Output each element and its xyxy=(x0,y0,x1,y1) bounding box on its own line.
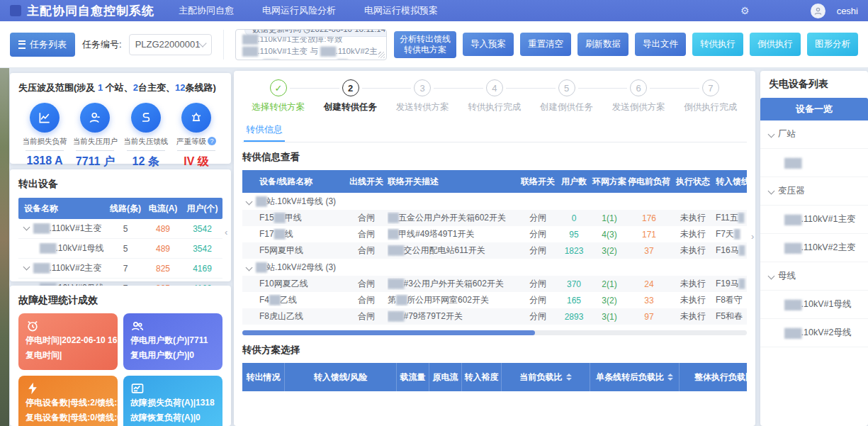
nav-item-1[interactable]: 主配协同自愈 xyxy=(179,4,234,17)
task-list-button[interactable]: 任务列表 xyxy=(10,33,75,57)
redacted-text: █ xyxy=(738,213,744,223)
table-row[interactable]: ███.110kV#2主变78254169 xyxy=(18,259,222,279)
device-name-cell: ███.110kV#2主变 xyxy=(18,262,107,274)
transfer-out-title: 转出设备 xyxy=(18,178,222,191)
line-chart-icon xyxy=(30,103,60,133)
column-header[interactable]: 单条线转后负载比 xyxy=(590,363,680,391)
toolbar-button[interactable]: 刷新数据 xyxy=(577,33,629,57)
tab-transfer-info[interactable]: 转供信息 xyxy=(244,120,285,142)
column-header[interactable]: 整体执行负载比 xyxy=(680,363,747,391)
chevron-down-icon[interactable] xyxy=(23,224,30,231)
stepper-step-1[interactable]: ✓选择转供方案 xyxy=(242,79,315,113)
table-cell: 3(2) xyxy=(591,296,628,306)
expand-right-handle[interactable]: › xyxy=(751,231,754,242)
task-no-select[interactable]: PLZG22000001 xyxy=(129,34,213,55)
toolbar-button[interactable]: 导出文件 xyxy=(635,33,686,57)
column-header: 载流量 xyxy=(397,363,429,391)
redacted-text: ██ xyxy=(274,213,285,223)
toolbar-button[interactable]: 分析转出馈线转供电方案 xyxy=(394,31,456,58)
sort-icon[interactable] xyxy=(566,374,572,381)
transfer-info-title: 转供信息查看 xyxy=(242,151,747,164)
table-cell: 未执行 xyxy=(670,212,716,224)
stat-line-chart: 当前损失负荷1318 A xyxy=(20,103,69,169)
table-cell: ███#3公用户外开关箱602开关 xyxy=(388,278,519,290)
table-row[interactable]: F5网夏甲线合闸███交公用配电站611开关分闸18233(2)37未执行F16… xyxy=(242,242,747,259)
bolt-icon xyxy=(26,381,111,396)
group-row[interactable]: ██站.10kV#2母线 (3) xyxy=(242,259,747,276)
tree-node[interactable]: 变压器 xyxy=(760,177,868,206)
table-row[interactable]: F15██甲线合闸██五金公用户外开关箱602开关分闸01(1)176未执行F1… xyxy=(242,210,747,226)
column-header[interactable]: 当前负载比 xyxy=(502,363,590,391)
help-icon[interactable]: ? xyxy=(208,137,216,145)
group-row[interactable]: ██站.10kV#1母线 (3) xyxy=(242,193,747,210)
sort-icon[interactable] xyxy=(667,374,673,381)
column-header: 转入裕度 xyxy=(462,363,502,391)
table-row[interactable]: F4██乙线合闸第██所公用环网室602开关分闸1653(2)33未执行F8看守 xyxy=(242,292,747,308)
step-label: 创建转供任务 xyxy=(315,101,387,113)
redacted-text: █ xyxy=(734,229,740,239)
user-icon xyxy=(813,6,823,16)
stepper-step-3[interactable]: 3发送转供方案 xyxy=(386,79,458,113)
tree-node[interactable]: 厂站 xyxy=(760,120,868,149)
chevron-down-icon[interactable] xyxy=(768,273,775,280)
table-cell: 489 xyxy=(144,244,182,254)
redacted-text: ██ xyxy=(388,229,398,239)
fault-stat-line: 故障恢复负荷(A)|0 xyxy=(130,410,215,425)
toolbar-button[interactable]: 倒供执行 xyxy=(750,33,801,57)
stepper-step-2[interactable]: 2创建转供任务 xyxy=(315,79,387,113)
table-row[interactable]: F8虎山乙线合闸███#79塔79T2开关分闸28933(1)97未执行F5和春 xyxy=(242,308,747,325)
tree-node[interactable]: 母线 xyxy=(760,262,868,291)
alarm-icon xyxy=(181,103,211,133)
gear-icon[interactable]: ⚙ xyxy=(740,5,750,16)
table-row[interactable]: ███.110kV#1主变54893542 xyxy=(18,219,222,239)
stepper-step-5[interactable]: 5创建倒供任务 xyxy=(531,79,603,113)
chevron-down-icon[interactable] xyxy=(768,188,775,195)
table-row[interactable]: ███.10kV#1母线54893542 xyxy=(18,239,222,259)
tree-leaf[interactable]: ███.10kV#1母线 xyxy=(760,291,868,319)
stepper-step-7[interactable]: 7倒供执行完成 xyxy=(675,79,747,113)
redacted-text: ███ xyxy=(784,300,801,310)
stepper-step-4[interactable]: 4转供执行完成 xyxy=(458,79,531,113)
chevron-down-icon[interactable] xyxy=(23,264,30,271)
redacted-text: ██ xyxy=(269,295,280,305)
tree-leaf[interactable]: ███.110kV#1主变 xyxy=(760,206,868,234)
center-panel: ✓选择转供方案2创建转供任务3发送转供方案4转供执行完成5创建倒供任务6发送倒供… xyxy=(234,71,755,426)
collapse-left-handle[interactable]: ‹ xyxy=(225,227,227,237)
chevron-down-icon[interactable] xyxy=(246,264,253,271)
scrollbar-thumb[interactable] xyxy=(242,330,535,335)
table-cell: 2(1) xyxy=(591,279,628,289)
nav-item-3[interactable]: 电网运行模拟预案 xyxy=(364,4,438,17)
toolbar-button[interactable]: 导入预案 xyxy=(463,33,514,57)
fault-description-box[interactable]: 数据更新时间 ◷2022-06-10 16:11:14 ███.110kV#1主… xyxy=(235,29,387,60)
nav-item-2[interactable]: 电网运行风险分析 xyxy=(262,4,336,17)
main-nav: 主配协同自愈电网运行风险分析电网运行模拟预案 xyxy=(179,4,438,17)
chevron-down-icon[interactable] xyxy=(768,131,775,138)
table-cell: 合闸 xyxy=(345,245,388,257)
table-cell: 33 xyxy=(628,296,670,306)
horizontal-scrollbar[interactable] xyxy=(242,330,747,335)
stepper-step-6[interactable]: 6发送倒供方案 xyxy=(602,79,675,113)
chevron-down-icon[interactable] xyxy=(246,198,253,205)
step-label: 倒供执行完成 xyxy=(675,101,747,113)
table-cell: 3(2) xyxy=(591,246,628,256)
fault-stat-cards: 停电时间|2022-06-10 16:11复电时间|停电用户数(户)|7711复… xyxy=(18,313,222,426)
table-cell: 95 xyxy=(557,230,591,240)
stat-value: 7711 户 xyxy=(70,155,120,169)
stat-label: 当前损失负荷 xyxy=(20,137,69,147)
table-cell: F8虎山乙线 xyxy=(242,310,345,323)
tree-leaf[interactable]: ███.110kV#2主变 xyxy=(760,234,868,262)
toolbar-button[interactable]: 图形分析 xyxy=(807,33,858,57)
clock-icon: ◷ xyxy=(303,29,310,33)
avatar[interactable] xyxy=(811,4,825,18)
table-cell: 分闸 xyxy=(519,228,557,240)
redacted-text: ███ xyxy=(784,158,801,168)
table-row[interactable]: F17██线合闸██甲线#49塔49T1开关分闸954(3)171未执行F7天█ xyxy=(242,226,747,242)
table-row[interactable]: F10网夏乙线合闸███#3公用户外开关箱602开关分闸3702(1)24未执行… xyxy=(242,276,747,292)
toolbar-button[interactable]: 转供执行 xyxy=(692,33,743,57)
table-cell: F4██乙线 xyxy=(242,294,345,306)
tree-leaf[interactable]: ███ xyxy=(760,149,868,177)
tree-leaf[interactable]: ███.10kV#2母线 xyxy=(760,319,868,347)
transfer-info-table: 设备/线路名称出线开关联络开关描述联络开关用户数环网方案停电前负荷执行状态转入馈… xyxy=(242,170,747,325)
step-circle: 4 xyxy=(486,79,503,96)
toolbar-button[interactable]: 重置清空 xyxy=(520,33,571,57)
